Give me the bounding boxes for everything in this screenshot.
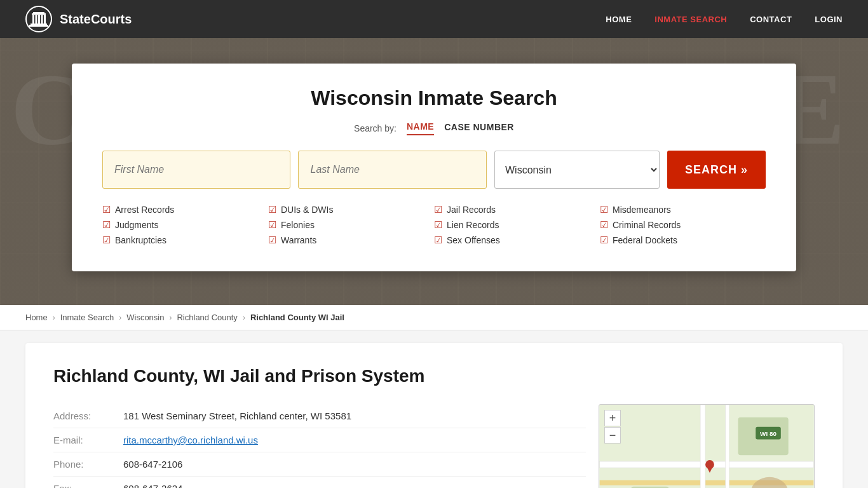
check-icon: ☑ bbox=[268, 219, 276, 231]
last-name-input[interactable] bbox=[298, 151, 486, 189]
svg-rect-14 bbox=[726, 405, 729, 488]
check-label: Criminal Records bbox=[613, 220, 681, 230]
search-by-label: Search by: bbox=[354, 123, 397, 133]
search-inputs-row: Wisconsin SEARCH » bbox=[102, 151, 766, 189]
breadcrumb-richland-county[interactable]: Richland County bbox=[177, 313, 237, 322]
breadcrumb-inmate-search[interactable]: Inmate Search bbox=[60, 313, 114, 322]
map-zoom-out[interactable]: − bbox=[604, 427, 621, 444]
map-controls: + − bbox=[604, 410, 621, 444]
check-label: Lien Records bbox=[447, 220, 499, 230]
info-grid: Address: 181 West Seminary Street, Richl… bbox=[53, 404, 815, 488]
check-sex-offenses: ☑ Sex Offenses bbox=[434, 234, 600, 246]
address-value: 181 West Seminary Street, Richland cente… bbox=[123, 410, 351, 421]
map-area: + − WI 80 bbox=[599, 404, 815, 488]
fax-row: Fax: 608-647-2624 bbox=[53, 477, 586, 488]
state-select[interactable]: Wisconsin bbox=[494, 151, 660, 189]
nav-contact[interactable]: CONTACT bbox=[750, 15, 792, 24]
check-icon: ☑ bbox=[102, 219, 111, 231]
phone-value: 608-647-2106 bbox=[123, 459, 182, 470]
email-row: E-mail: rita.mccarthy@co.richland.wi.us bbox=[53, 428, 586, 452]
check-icon: ☑ bbox=[102, 234, 111, 246]
svg-rect-3 bbox=[33, 12, 44, 14]
svg-rect-4 bbox=[32, 15, 34, 24]
breadcrumb-sep-2: › bbox=[119, 313, 121, 322]
map-zoom-in[interactable]: + bbox=[604, 410, 621, 426]
check-label: Sex Offenses bbox=[447, 235, 500, 245]
check-label: Bankruptcies bbox=[115, 235, 166, 245]
check-label: Federal Dockets bbox=[613, 235, 677, 245]
breadcrumb-sep-3: › bbox=[169, 313, 172, 322]
breadcrumb-sep-4: › bbox=[243, 313, 245, 322]
check-criminal-records: ☑ Criminal Records bbox=[600, 219, 766, 231]
check-misdemeanors: ☑ Misdemeanors bbox=[600, 204, 766, 215]
main-nav: HOME INMATE SEARCH CONTACT LOGIN bbox=[606, 15, 843, 24]
check-icon: ☑ bbox=[600, 234, 608, 246]
breadcrumb-sep-1: › bbox=[53, 313, 55, 322]
main-content: Richland County, WI Jail and Prison Syst… bbox=[0, 330, 868, 488]
address-label: Address: bbox=[53, 410, 123, 421]
breadcrumb-current: Richland County WI Jail bbox=[250, 313, 344, 322]
check-lien-records: ☑ Lien Records bbox=[434, 219, 600, 231]
svg-rect-8 bbox=[44, 15, 46, 24]
hero-section: COURTHOUSE Wisconsin Inmate Search Searc… bbox=[0, 38, 868, 305]
phone-label: Phone: bbox=[53, 459, 123, 470]
svg-rect-7 bbox=[41, 15, 43, 24]
check-bankruptcies: ☑ Bankruptcies bbox=[102, 234, 268, 246]
search-by-row: Search by: NAME CASE NUMBER bbox=[102, 121, 766, 135]
check-icon: ☑ bbox=[434, 234, 442, 246]
check-felonies: ☑ Felonies bbox=[268, 219, 434, 231]
check-label: Arrest Records bbox=[115, 205, 174, 215]
email-value[interactable]: rita.mccarthy@co.richland.wi.us bbox=[123, 435, 258, 445]
svg-text:WI 80: WI 80 bbox=[760, 430, 776, 437]
check-warrants: ☑ Warrants bbox=[268, 234, 434, 246]
nav-home[interactable]: HOME bbox=[606, 15, 632, 24]
check-icon: ☑ bbox=[268, 204, 276, 215]
check-duis-dwis: ☑ DUIs & DWIs bbox=[268, 204, 434, 215]
svg-rect-5 bbox=[36, 15, 37, 24]
check-icon: ☑ bbox=[268, 234, 276, 246]
fax-value: 608-647-2624 bbox=[123, 483, 182, 488]
search-button[interactable]: SEARCH » bbox=[667, 151, 766, 189]
address-row: Address: 181 West Seminary Street, Richl… bbox=[53, 404, 586, 428]
check-icon: ☑ bbox=[434, 204, 442, 215]
svg-rect-9 bbox=[29, 25, 48, 27]
check-icon: ☑ bbox=[600, 204, 608, 215]
logo-icon bbox=[25, 6, 52, 32]
first-name-input[interactable] bbox=[102, 151, 290, 189]
tab-case-number[interactable]: CASE NUMBER bbox=[444, 122, 514, 135]
check-jail-records: ☑ Jail Records bbox=[434, 204, 600, 215]
check-label: Felonies bbox=[281, 220, 315, 230]
breadcrumb-wisconsin[interactable]: Wisconsin bbox=[126, 313, 164, 322]
map-visual: WI 80 bbox=[599, 405, 814, 488]
logo[interactable]: StateCourts bbox=[25, 6, 132, 32]
check-label: Judgments bbox=[115, 220, 158, 230]
breadcrumb-home[interactable]: Home bbox=[25, 313, 48, 322]
check-label: Jail Records bbox=[447, 205, 496, 215]
record-types-grid: ☑ Arrest Records ☑ DUIs & DWIs ☑ Jail Re… bbox=[102, 204, 766, 246]
check-label: DUIs & DWIs bbox=[281, 205, 333, 215]
check-label: Misdemeanors bbox=[613, 205, 671, 215]
phone-row: Phone: 608-647-2106 bbox=[53, 452, 586, 477]
logo-text: StateCourts bbox=[60, 12, 132, 27]
nav-inmate-search[interactable]: INMATE SEARCH bbox=[654, 15, 727, 24]
check-icon: ☑ bbox=[600, 219, 608, 231]
check-icon: ☑ bbox=[102, 204, 111, 215]
info-table: Address: 181 West Seminary Street, Richl… bbox=[53, 404, 586, 488]
site-header: StateCourts HOME INMATE SEARCH CONTACT L… bbox=[0, 0, 868, 38]
check-arrest-records: ☑ Arrest Records bbox=[102, 204, 268, 215]
fax-label: Fax: bbox=[53, 483, 123, 488]
email-label: E-mail: bbox=[53, 435, 123, 445]
svg-rect-6 bbox=[38, 15, 40, 24]
check-icon: ☑ bbox=[434, 219, 442, 231]
search-card: Wisconsin Inmate Search Search by: NAME … bbox=[72, 64, 796, 271]
tab-name[interactable]: NAME bbox=[407, 121, 434, 135]
search-card-title: Wisconsin Inmate Search bbox=[102, 86, 766, 110]
check-label: Warrants bbox=[281, 235, 316, 245]
check-judgments: ☑ Judgments bbox=[102, 219, 268, 231]
svg-rect-13 bbox=[700, 405, 705, 488]
breadcrumb: Home › Inmate Search › Wisconsin › Richl… bbox=[0, 305, 868, 330]
facility-card: Richland County, WI Jail and Prison Syst… bbox=[25, 343, 843, 488]
nav-login[interactable]: LOGIN bbox=[815, 15, 843, 24]
check-federal-dockets: ☑ Federal Dockets bbox=[600, 234, 766, 246]
facility-title: Richland County, WI Jail and Prison Syst… bbox=[53, 366, 815, 386]
